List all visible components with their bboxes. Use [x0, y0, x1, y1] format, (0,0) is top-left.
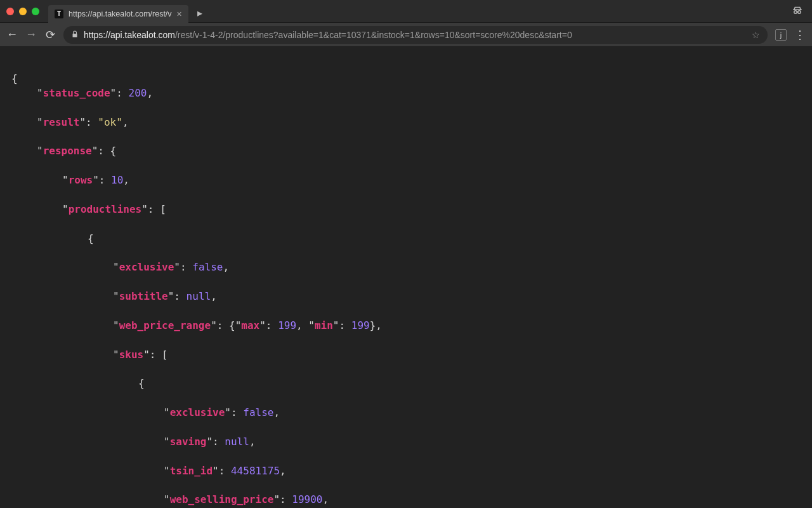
window-titlebar: T https://api.takealot.com/rest/v × ▸: [0, 0, 812, 23]
tab-close-icon[interactable]: ×: [177, 9, 182, 19]
svg-point-1: [798, 10, 801, 13]
reload-button[interactable]: ⟳: [44, 28, 56, 42]
tab-favicon: T: [55, 10, 63, 18]
forward-button[interactable]: →: [25, 28, 37, 41]
json-viewer: { "status_code": 200, "result": "ok", "r…: [0, 47, 812, 508]
browser-toolbar: ← → ⟳ https://api.takealot.com/rest/v-1-…: [0, 23, 812, 47]
window-controls: [6, 8, 39, 15]
lock-icon: [71, 30, 79, 40]
new-tab-button[interactable]: ▸: [193, 7, 206, 19]
address-url: https://api.takealot.com/rest/v-1-4-2/pr…: [84, 30, 572, 40]
incognito-icon: [792, 4, 803, 18]
minimize-window-button[interactable]: [19, 8, 27, 15]
star-icon[interactable]: ☆: [752, 30, 760, 40]
extension-icon[interactable]: j: [775, 29, 787, 41]
maximize-window-button[interactable]: [32, 8, 39, 15]
browser-tab[interactable]: T https://api.takealot.com/rest/v ×: [48, 5, 188, 23]
svg-point-0: [794, 10, 797, 13]
address-bar[interactable]: https://api.takealot.com/rest/v-1-4-2/pr…: [63, 26, 768, 44]
menu-button[interactable]: ⋮: [794, 28, 806, 42]
tab-title: https://api.takealot.com/rest/v: [69, 10, 172, 18]
close-window-button[interactable]: [6, 8, 14, 15]
back-button[interactable]: ←: [6, 28, 18, 41]
